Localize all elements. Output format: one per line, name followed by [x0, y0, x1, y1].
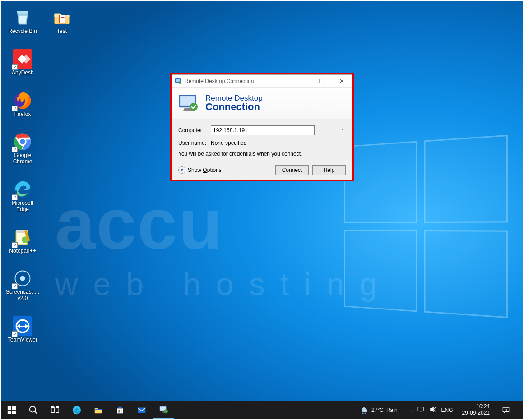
clock-time: 16:24 — [476, 404, 490, 410]
desktop-icon-test[interactable]: Test — [44, 8, 80, 35]
rdc-header-icon — [177, 93, 201, 113]
chevron-down-icon[interactable]: ▾ — [342, 127, 344, 132]
taskbar-weather[interactable]: 27°C Rain — [355, 401, 402, 419]
icon-label: AnyDesk — [12, 70, 33, 76]
icon-label: Notepad++ — [9, 248, 36, 254]
icon-label: Microsoft Edge — [5, 200, 41, 213]
search-button[interactable] — [23, 401, 44, 419]
show-options-text: Show Options — [188, 167, 222, 173]
svg-rect-23 — [12, 406, 16, 410]
chevron-down-circle-icon: ▼ — [178, 166, 185, 174]
icon-label: Google Chrome — [5, 152, 41, 165]
svg-rect-27 — [51, 408, 54, 413]
icon-label: Screencast-... v2.0 — [5, 289, 41, 302]
taskbar-mail[interactable] — [131, 401, 153, 419]
desktop-icon-firefox[interactable]: ↗ Firefox — [5, 91, 41, 118]
svg-rect-35 — [138, 408, 146, 413]
svg-rect-30 — [95, 409, 102, 410]
svg-rect-18 — [319, 79, 323, 83]
desktop-icon-screencast[interactable]: ↗ Screencast-... v2.0 — [5, 268, 41, 302]
clock-date: 29-09-2021 — [462, 410, 490, 416]
folder-icon — [52, 8, 72, 28]
icon-label: TeamViewer — [8, 337, 37, 343]
svg-rect-14 — [61, 17, 64, 18]
chrome-icon: ↗ — [13, 132, 32, 152]
rdc-head-line2: Connection — [205, 101, 263, 113]
svg-rect-32 — [121, 410, 122, 411]
taskbar-rdc[interactable] — [153, 401, 174, 419]
anydesk-icon: ↗ — [13, 49, 32, 69]
system-tray: ︿ ENG — [405, 401, 456, 419]
desktop-icon-anydesk[interactable]: ↗ AnyDesk — [5, 49, 41, 76]
shortcut-badge: ↗ — [12, 331, 18, 337]
svg-rect-31 — [118, 410, 120, 411]
svg-rect-34 — [121, 411, 122, 413]
windows-logo-wallpaper — [344, 135, 508, 318]
close-button[interactable] — [331, 75, 352, 88]
desktop-icon-notepadpp[interactable]: ↗ Notepad++ — [5, 227, 41, 254]
svg-point-38 — [164, 409, 168, 413]
recycle-bin-icon — [13, 8, 32, 28]
weather-temp: 27°C — [371, 407, 384, 413]
rdc-highlight-frame: Remote Desktop Connection Remote Desktop — [170, 73, 354, 181]
desktop-icon-chrome[interactable]: ↗ Google Chrome — [5, 132, 41, 165]
svg-rect-0 — [17, 11, 28, 13]
rdc-window[interactable]: Remote Desktop Connection Remote Desktop — [172, 74, 352, 180]
help-button[interactable]: Help — [312, 165, 346, 175]
rdc-body: Computer: ▾ User name: None specified Yo… — [172, 119, 352, 180]
screencast-icon: ↗ — [13, 268, 32, 288]
shortcut-badge: ↗ — [12, 283, 18, 289]
taskbar-store[interactable] — [109, 401, 131, 419]
weather-desc: Rain — [386, 407, 398, 413]
tray-volume-icon[interactable] — [429, 406, 437, 415]
svg-point-10 — [20, 276, 25, 281]
taskbar-explorer[interactable] — [88, 401, 109, 419]
rdc-app-icon — [175, 78, 182, 85]
firefox-icon: ↗ — [13, 91, 32, 111]
notepadpp-icon: ↗ — [13, 227, 32, 247]
taskbar-clock[interactable]: 16:24 29-09-2021 — [459, 404, 493, 416]
icon-label: Test — [57, 28, 67, 35]
desktop-icon-recycle-bin[interactable]: Recycle Bin — [5, 8, 41, 35]
svg-rect-24 — [8, 411, 11, 414]
notification-badge: 1 — [505, 408, 507, 413]
shortcut-badge: ↗ — [12, 64, 18, 70]
icon-label: Firefox — [14, 111, 31, 118]
desktop-icon-edge[interactable]: ↗ Microsoft Edge — [5, 180, 41, 213]
tray-display-icon[interactable] — [417, 406, 425, 415]
taskbar-edge[interactable] — [66, 401, 88, 419]
tray-language[interactable]: ENG — [441, 407, 453, 413]
rdc-title-text: Remote Desktop Connection — [185, 78, 290, 84]
rdc-header: Remote Desktop Connection — [172, 88, 352, 119]
action-center-button[interactable]: 1 — [496, 401, 516, 419]
svg-point-26 — [30, 406, 36, 412]
shortcut-badge: ↗ — [12, 242, 18, 248]
shortcut-badge: ↗ — [12, 194, 18, 200]
rdc-titlebar[interactable]: Remote Desktop Connection — [172, 75, 352, 88]
svg-rect-39 — [418, 407, 424, 411]
tray-overflow-icon[interactable]: ︿ — [408, 407, 413, 414]
minimize-button[interactable] — [290, 75, 311, 88]
show-options-toggle[interactable]: ▼ Show Options — [178, 166, 272, 174]
svg-rect-22 — [8, 406, 11, 410]
username-label: User name: — [178, 140, 211, 146]
connect-button[interactable]: Connect — [275, 165, 309, 175]
svg-point-17 — [179, 81, 181, 84]
teamviewer-icon: ↗ — [13, 316, 32, 336]
maximize-button[interactable] — [311, 75, 331, 88]
desktop-icon-teamviewer[interactable]: ↗ TeamViewer — [5, 316, 41, 343]
taskbar[interactable]: 27°C Rain ︿ ENG 16:24 29-09-2021 1 — [1, 401, 523, 419]
computer-label: Computer: — [178, 127, 211, 134]
credentials-hint: You will be asked for credentials when y… — [178, 151, 346, 157]
computer-input[interactable] — [211, 125, 315, 135]
show-desktop-button[interactable] — [519, 401, 521, 419]
start-button[interactable] — [1, 401, 23, 419]
shortcut-badge: ↗ — [12, 147, 18, 152]
task-view-button[interactable] — [44, 401, 66, 419]
weather-icon — [360, 405, 369, 415]
username-value: None specified — [211, 140, 346, 146]
edge-icon: ↗ — [13, 180, 32, 199]
desktop[interactable]: accu web hosting Recycle Bin ↗ AnyDesk ↗… — [1, 1, 523, 401]
svg-rect-16 — [176, 79, 180, 82]
shortcut-badge: ↗ — [12, 106, 18, 111]
